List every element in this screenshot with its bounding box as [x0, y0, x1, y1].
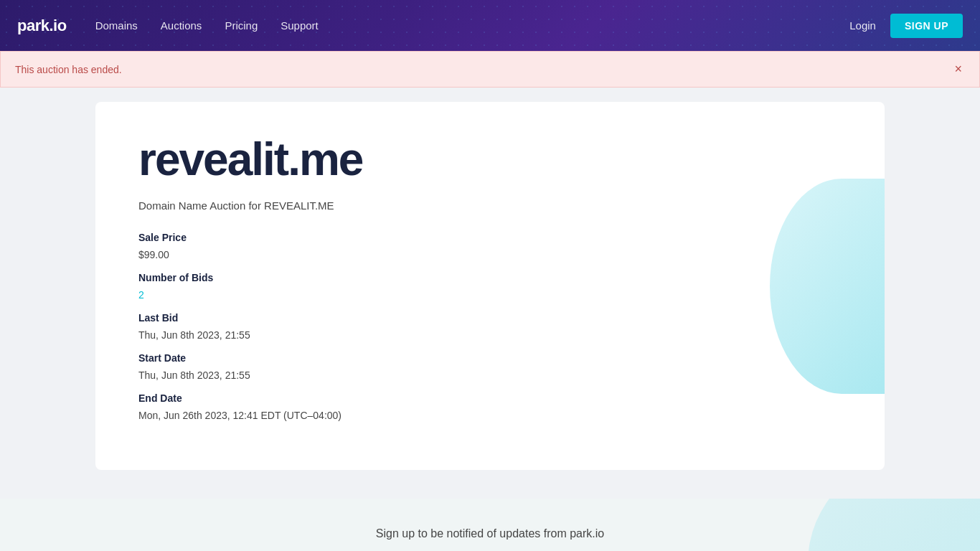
auction-subtitle: Domain Name Auction for REVEALIT.ME: [138, 199, 842, 212]
signup-button[interactable]: SIGN UP: [890, 14, 963, 38]
end-date-label: End Date: [138, 392, 842, 404]
nav-pricing[interactable]: Pricing: [225, 19, 258, 32]
sale-price-value: $99.00: [138, 249, 842, 260]
start-date-label: Start Date: [138, 352, 842, 364]
subscribe-section: Sign up to be notified of updates from p…: [0, 499, 980, 551]
nav-support[interactable]: Support: [281, 19, 319, 32]
login-link[interactable]: Login: [849, 19, 876, 32]
subscribe-text: Sign up to be notified of updates from p…: [14, 527, 966, 540]
alert-banner: This auction has ended. ×: [0, 51, 980, 88]
num-bids-label: Number of Bids: [138, 272, 842, 283]
start-date-value: Thu, Jun 8th 2023, 21:55: [138, 369, 842, 381]
alert-close-button[interactable]: ×: [951, 62, 965, 77]
sale-price-label: Sale Price: [138, 232, 842, 243]
auction-details: Sale Price $99.00 Number of Bids 2 Last …: [138, 232, 842, 427]
page-wrapper: revealit.me Domain Name Auction for REVE…: [81, 88, 899, 470]
last-bid-value: Thu, Jun 8th 2023, 21:55: [138, 329, 842, 341]
end-date-value: Mon, Jun 26th 2023, 12:41 EDT (UTC–04:00…: [138, 410, 842, 421]
last-bid-label: Last Bid: [138, 312, 842, 324]
nav-logo[interactable]: park.io: [17, 17, 67, 35]
num-bids-value: 2: [138, 289, 842, 301]
nav-auctions[interactable]: Auctions: [161, 19, 202, 32]
domain-title: revealit.me: [138, 136, 842, 182]
nav-links: Domains Auctions Pricing Support: [95, 19, 850, 32]
navbar: park.io Domains Auctions Pricing Support…: [0, 0, 980, 51]
nav-domains[interactable]: Domains: [95, 19, 138, 32]
nav-right: Login SIGN UP: [849, 14, 963, 38]
alert-message: This auction has ended.: [15, 64, 122, 75]
auction-card: revealit.me Domain Name Auction for REVE…: [95, 102, 885, 470]
